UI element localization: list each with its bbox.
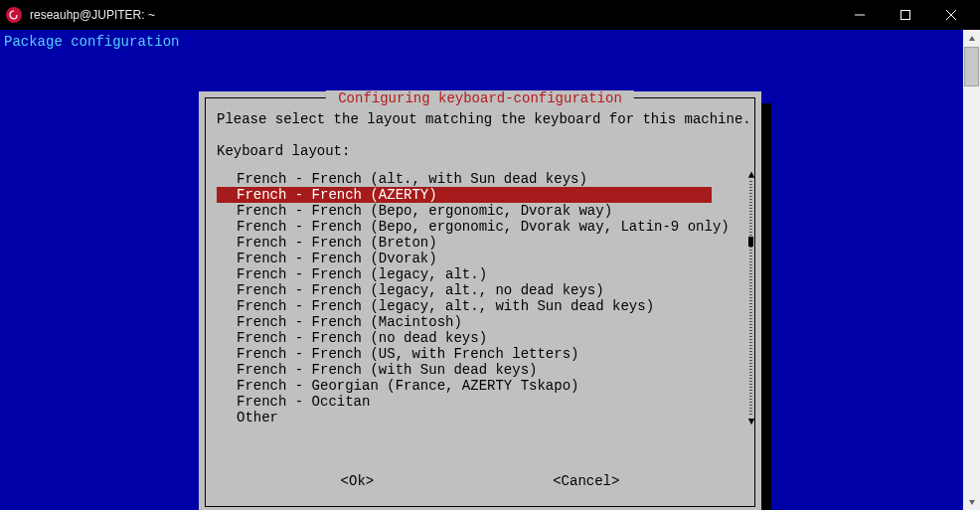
keyboard-config-dialog: Configuring keyboard-configuration Pleas…	[199, 91, 761, 510]
maximize-button[interactable]	[883, 0, 928, 30]
ok-button[interactable]: <Ok>	[341, 473, 375, 489]
window-scrollbar[interactable]	[963, 30, 980, 510]
list-item[interactable]: French - French (AZERTY)	[217, 187, 712, 203]
list-item[interactable]: French - Occitan	[217, 394, 741, 410]
svg-rect-1	[901, 11, 910, 20]
list-item[interactable]: French - French (Bepo, ergonomic, Dvorak…	[217, 203, 741, 219]
window-scroll-down-icon[interactable]	[963, 493, 980, 510]
list-item[interactable]: French - French (legacy, alt., with Sun …	[217, 298, 741, 314]
scroll-up-arrow-icon[interactable]: ▲	[747, 171, 755, 179]
scroll-thumb[interactable]	[748, 237, 753, 247]
package-configuration-label: Package configuration	[4, 34, 179, 50]
terminal-client-area: Package configuration Configuring keyboa…	[0, 30, 980, 510]
list-item[interactable]: French - French (legacy, alt.)	[217, 266, 741, 282]
window-title: reseauhp@JUPITER: ~	[30, 8, 155, 22]
list-item[interactable]: French - French (US, with French letters…	[217, 346, 741, 362]
window-scroll-up-icon[interactable]	[963, 30, 980, 47]
terminal-window: reseauhp@JUPITER: ~ Package configuratio…	[0, 0, 980, 510]
list-item[interactable]: French - French (with Sun dead keys)	[217, 362, 741, 378]
list-scrollbar[interactable]: ▲ ▼	[747, 171, 755, 425]
keyboard-layout-list[interactable]: French - French (alt., with Sun dead key…	[217, 171, 741, 425]
dialog-button-row: <Ok> <Cancel>	[199, 473, 761, 489]
dialog-title: Configuring keyboard-configuration	[326, 90, 634, 106]
list-item[interactable]: French - French (Bepo, ergonomic, Dvorak…	[217, 219, 741, 235]
list-item[interactable]: French - French (alt., with Sun dead key…	[217, 171, 741, 187]
debian-swirl-icon	[6, 7, 22, 23]
field-label: Keyboard layout:	[217, 143, 350, 159]
list-item[interactable]: French - French (no dead keys)	[217, 330, 741, 346]
list-item[interactable]: French - French (legacy, alt., no dead k…	[217, 282, 741, 298]
window-titlebar[interactable]: reseauhp@JUPITER: ~	[0, 0, 980, 30]
list-item[interactable]: French - French (Dvorak)	[217, 251, 741, 266]
svg-marker-5	[969, 500, 975, 505]
minimize-button[interactable]	[837, 0, 883, 30]
dialog-instruction: Please select the layout matching the ke…	[217, 111, 751, 127]
list-item[interactable]: Other	[217, 410, 741, 425]
scroll-track[interactable]	[749, 181, 752, 416]
scroll-down-arrow-icon[interactable]: ▼	[747, 418, 755, 425]
list-item[interactable]: French - Georgian (France, AZERTY Tskapo…	[217, 378, 741, 394]
list-item[interactable]: French - French (Macintosh)	[217, 314, 741, 330]
svg-marker-4	[969, 36, 975, 41]
list-item[interactable]: French - French (Breton)	[217, 235, 741, 251]
window-scroll-thumb[interactable]	[964, 47, 979, 86]
close-button[interactable]	[928, 0, 974, 30]
cancel-button[interactable]: <Cancel>	[553, 473, 619, 489]
